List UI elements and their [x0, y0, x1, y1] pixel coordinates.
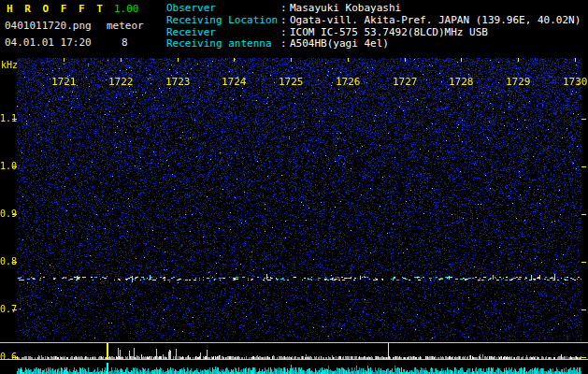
- time-tick: [348, 58, 349, 62]
- freq-tick-right: [581, 214, 586, 215]
- time-tick: [234, 58, 235, 62]
- info-row-observer: Observer : Masayuki Kobayashi: [166, 3, 581, 15]
- freq-tick-left: [12, 262, 17, 263]
- freq-axis-unit: kHz: [1, 60, 18, 70]
- time-label: 1721: [51, 76, 76, 88]
- time-tick: [575, 58, 576, 62]
- level-band-bottom-line: [0, 359, 588, 360]
- spectrogram-plot-area: [17, 58, 581, 340]
- time-label: 1726: [336, 76, 360, 88]
- info-value: Masayuki Kobayashi: [290, 3, 401, 15]
- info-label: Receiving antenna: [166, 38, 280, 50]
- datetime-label: 04.01.01 17:20: [5, 36, 92, 49]
- time-label: 1725: [279, 76, 303, 88]
- time-tick: [405, 58, 406, 62]
- station-info: Observer : Masayuki Kobayashi Receiving …: [166, 3, 581, 50]
- app-version: 1.00: [114, 3, 139, 15]
- freq-tick-left: [12, 119, 17, 120]
- time-label: 1724: [222, 76, 246, 88]
- time-label: 1730: [563, 76, 587, 88]
- freq-label: 0.8: [0, 257, 13, 266]
- info-row-location: Receiving Location : Ogata-vill. Akita-P…: [166, 15, 581, 27]
- time-label: 1723: [165, 76, 190, 88]
- freq-tick-right: [581, 166, 586, 167]
- info-row-antenna: Receiving antenna : A504HB(yagi 4el): [166, 38, 581, 50]
- time-tick: [518, 58, 519, 62]
- spectrogram-noise-canvas: [17, 58, 581, 340]
- freq-tick-left: [12, 214, 17, 215]
- info-label: Receiving Location: [166, 15, 280, 27]
- freq-label: 0.9: [0, 209, 13, 219]
- output-filename: 0401011720.png: [5, 20, 92, 32]
- freq-label: 0.6: [0, 352, 13, 362]
- freq-label: 1.0: [0, 162, 13, 171]
- info-label: Observer: [166, 3, 280, 15]
- freq-tick-right: [581, 119, 586, 120]
- audio-trace-canvas: [17, 361, 581, 374]
- info-value: A504HB(yagi 4el): [290, 38, 389, 50]
- freq-tick-right: [581, 262, 586, 263]
- time-label: 1722: [108, 76, 133, 88]
- freq-tick-left: [12, 309, 17, 310]
- hrofft-window: H R O F F T 1.00 0401011720.png meteor 0…: [0, 0, 588, 374]
- echo-count: 8: [122, 36, 128, 49]
- mode-label: meteor: [107, 20, 144, 32]
- time-tick: [64, 58, 65, 62]
- freq-tick-left: [12, 166, 17, 167]
- time-tick: [461, 58, 462, 62]
- info-colon: :: [280, 15, 290, 27]
- freq-tick-right: [581, 309, 586, 310]
- app-title: H R O F F T: [7, 3, 106, 15]
- time-label: 1728: [449, 76, 473, 88]
- time-label: 1729: [506, 76, 530, 88]
- info-colon: :: [280, 38, 290, 50]
- time-tick: [121, 58, 122, 62]
- time-label: 1727: [393, 76, 417, 88]
- freq-tick-left: [12, 357, 17, 358]
- time-tick: [291, 58, 292, 62]
- freq-label: 0.7: [0, 305, 13, 314]
- info-value: Ogata-vill. Akita-Pref. JAPAN (139.96E, …: [290, 15, 581, 27]
- time-tick: [178, 58, 179, 62]
- freq-label: 1.1: [0, 114, 13, 123]
- freq-tick-right: [581, 357, 586, 358]
- signal-level-canvas: [17, 343, 581, 359]
- info-colon: :: [280, 3, 290, 15]
